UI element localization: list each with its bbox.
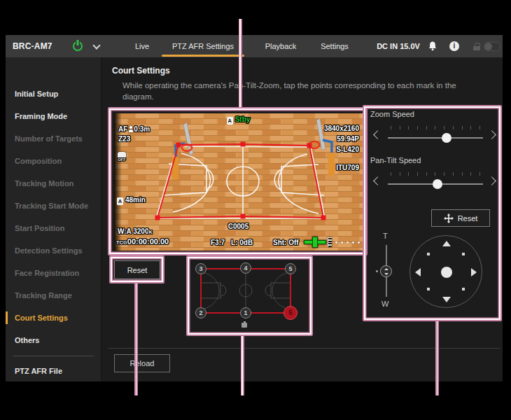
page-title: Court Settings: [112, 66, 170, 76]
pan-tilt-speed-ticks: [391, 172, 480, 176]
zoom-position: Z23: [118, 135, 130, 143]
camera-live-view[interactable]: AStby AF0.3m Z23 OFF A48min C0005 W:A 32…: [114, 113, 363, 251]
pan-tilt-speed-increase-chevron[interactable]: [487, 176, 496, 186]
lock-icon: [473, 43, 480, 50]
zoom-speed-ticks: [391, 126, 480, 130]
pan-tilt-speed-thumb[interactable]: [433, 179, 442, 189]
pan-tilt-speed-label: Pan-Tilt Speed: [370, 156, 421, 164]
joystick-up-arrow[interactable]: [442, 241, 451, 246]
sidebar-item-detection-settings: Detection Settings: [6, 239, 101, 262]
white-balance: W:A 3200K: [118, 227, 153, 235]
zoom-speed-increase-chevron[interactable]: [487, 130, 496, 139]
power-icon[interactable]: [73, 41, 83, 51]
iris-gain: F3.7L: 0dB: [211, 239, 253, 246]
joystick-downright-dot[interactable]: [462, 288, 465, 290]
point-2[interactable]: 2: [195, 307, 206, 318]
sidebar-item-face-registration: Face Registration: [6, 262, 101, 284]
media-slot-icon: A: [117, 197, 123, 205]
device-name: BRC-AM7: [13, 35, 52, 57]
lock-toggle[interactable]: [484, 42, 500, 51]
resolution: 3840x2160: [324, 125, 359, 132]
point-4[interactable]: 4: [240, 262, 251, 274]
sidebar-item-number-of-targets: Number of Targets: [6, 127, 101, 150]
audio-level-icon: [304, 237, 325, 246]
footer-divider: [108, 348, 500, 349]
sidebar-item-composition: Composition: [6, 150, 101, 172]
joystick-upright-dot[interactable]: [462, 253, 465, 255]
zoom-speed-slider[interactable]: [388, 126, 483, 143]
point-6-selected[interactable]: 6: [284, 306, 298, 320]
sidebar-item-tracking-start-mode: Tracking Start Mode: [6, 195, 101, 217]
court-reset-button[interactable]: Reset: [114, 260, 160, 279]
media-remaining: A48min: [117, 196, 146, 205]
sidebar-item-others[interactable]: Others: [6, 329, 101, 351]
frame-rate: 59.94P: [337, 135, 359, 143]
screenshot-stage: BRC-AM7 Live PTZ AFR Settings Playback S…: [0, 0, 511, 420]
zoom-speed-thumb[interactable]: [442, 133, 451, 143]
timecode: TCG00:00:00.00: [116, 237, 169, 246]
face-priority-icon: [128, 126, 133, 132]
sidebar-divider: [13, 356, 94, 356]
indicator-dots: [335, 241, 363, 244]
gamma: S-L420: [336, 146, 359, 153]
instruction-text: While operating the camera's Pan-Tilt-Zo…: [122, 80, 483, 102]
record-status: AStby: [227, 115, 251, 125]
court-point-diagram: 3 4 5 2 1 6: [191, 260, 310, 332]
zoom-rocker-center-dot: [376, 270, 378, 272]
pan-tilt-speed-decrease-chevron[interactable]: [373, 176, 382, 186]
point-3[interactable]: 3: [195, 263, 206, 274]
sidebar-item-court-settings[interactable]: Court Settings: [6, 307, 101, 329]
joystick-center-button[interactable]: [441, 267, 452, 278]
pan-tilt-speed-slider[interactable]: [388, 172, 483, 189]
pan-tilt-reset-label: Reset: [458, 214, 478, 223]
app-window: BRC-AM7 Live PTZ AFR Settings Playback S…: [6, 35, 503, 382]
stabilizer-icon: [118, 152, 126, 158]
card-slot-icon: A: [227, 117, 233, 125]
joystick-down-arrow[interactable]: [442, 297, 451, 302]
zoom-rocker-thumb[interactable]: [380, 265, 392, 277]
zoom-speed-decrease-chevron[interactable]: [373, 130, 382, 139]
wide-label: W: [382, 300, 388, 308]
joystick-right-arrow[interactable]: [471, 268, 477, 276]
tab-settings[interactable]: Settings: [314, 35, 355, 57]
clip-number: C0005: [228, 223, 248, 230]
info-icon[interactable]: i: [449, 41, 459, 51]
notification-bell-icon[interactable]: [427, 41, 438, 52]
sidebar-item-tracking-motion: Tracking Motion: [6, 172, 101, 195]
sidebar-item-tracking-range: Tracking Range: [6, 284, 101, 307]
pan-tilt-joystick[interactable]: [410, 235, 482, 308]
zoom-speed-label: Zoom Speed: [370, 110, 414, 118]
power-source-status: DC IN 15.0V: [374, 35, 423, 57]
joystick-upleft-dot[interactable]: [427, 253, 430, 255]
color-space: ITU709: [336, 164, 359, 172]
joystick-downleft-dot[interactable]: [427, 288, 430, 290]
shutter-status: Sht: Off: [273, 239, 299, 246]
stabilizer-status: OFF: [118, 152, 126, 162]
point-5[interactable]: 5: [285, 263, 296, 274]
top-bar: BRC-AM7 Live PTZ AFR Settings Playback S…: [6, 35, 503, 57]
point-1[interactable]: 1: [240, 307, 251, 318]
zoom-speed-track: [388, 137, 483, 139]
move-cross-icon: [444, 214, 454, 223]
pan-tilt-reset-button[interactable]: Reset: [431, 209, 490, 227]
sidebar-item-initial-setup[interactable]: Initial Setup: [6, 83, 101, 105]
tab-live[interactable]: Live: [125, 35, 160, 57]
joystick-left-arrow[interactable]: [415, 268, 421, 276]
focus-indicator-icon: [328, 237, 332, 247]
tele-label: T: [383, 232, 388, 240]
focus-status: AF0.3m: [118, 125, 150, 133]
sidebar-item-start-position: Start Position: [6, 217, 101, 239]
tab-ptz-afr-settings[interactable]: PTZ AFR Settings: [168, 35, 238, 57]
reload-button[interactable]: Reload: [114, 354, 170, 372]
camera-position-icon: [241, 321, 250, 328]
sidebar-item-framing-mode[interactable]: Framing Mode: [6, 105, 101, 127]
chevron-down-icon[interactable]: [92, 41, 100, 49]
tab-playback[interactable]: Playback: [260, 35, 302, 57]
sidebar-item-ptz-afr-file[interactable]: PTZ AFR File: [6, 360, 101, 382]
settings-sidebar: Initial Setup Framing Mode Number of Tar…: [6, 57, 102, 382]
